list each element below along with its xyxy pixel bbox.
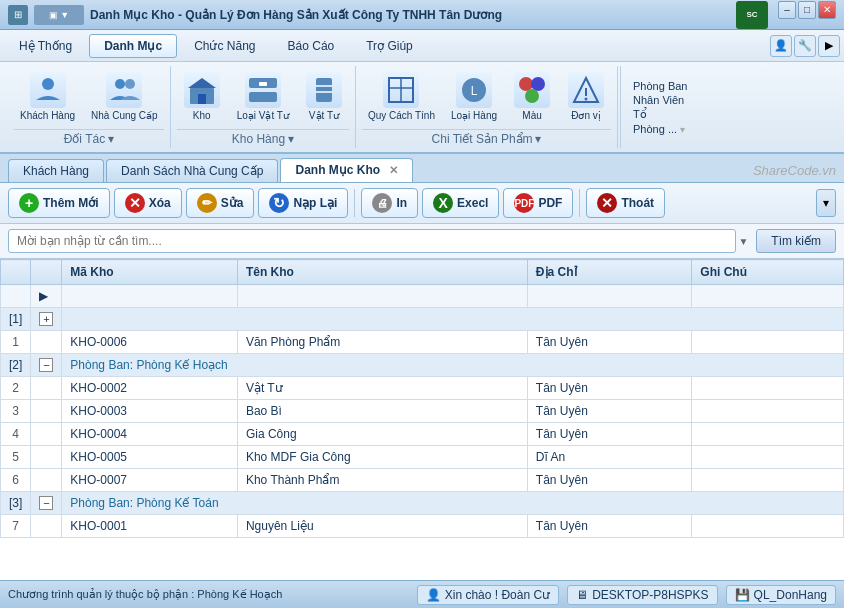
svg-text:L: L (471, 84, 478, 98)
db-text: QL_DonHang (754, 588, 827, 602)
row-ten-kho: Vật Tư (237, 377, 527, 400)
group-index: [2] (1, 354, 31, 377)
menu-danh-muc[interactable]: Danh Mục (89, 34, 177, 58)
svg-point-0 (42, 78, 54, 90)
doi-tac-arrow[interactable]: ▾ (108, 132, 114, 146)
expand-icon[interactable]: − (39, 358, 53, 372)
row-dia-chi: Tân Uyên (527, 469, 691, 492)
chi-tiet-arrow[interactable]: ▾ (535, 132, 541, 146)
title-bar-controls: SC – □ ✕ (736, 1, 836, 29)
menu-tro-giup[interactable]: Trợ Giúp (351, 34, 428, 58)
btn-nap-lai[interactable]: ↻ Nạp Lại (258, 188, 348, 218)
table-row[interactable]: [3] − Phòng Ban: Phòng Kế Toán (1, 492, 844, 515)
kho-hang-group-label: Kho Hàng ▾ (177, 129, 349, 146)
table-row[interactable]: 5 KHO-0005 Kho MDF Gia Công Dĩ An (1, 446, 844, 469)
table-row[interactable]: [1] + (1, 308, 844, 331)
row-ma-kho: KHO-0003 (62, 400, 238, 423)
maximize-btn[interactable]: □ (798, 1, 816, 19)
group-expand[interactable]: − (31, 492, 62, 515)
table-row[interactable]: 3 KHO-0003 Bao Bì Tân Uyên (1, 400, 844, 423)
btn-kho[interactable]: Kho (177, 68, 227, 125)
btn-in[interactable]: 🖨 In (361, 188, 418, 218)
group-label-cell: Phòng Ban: Phòng Kế Toán (62, 492, 844, 515)
tabs-bar: Khách Hàng Danh Sách Nhà Cung Cấp Danh M… (0, 154, 844, 183)
logo: SC (736, 1, 768, 29)
kho-hang-arrow[interactable]: ▾ (288, 132, 294, 146)
group-expand[interactable]: + (31, 308, 62, 331)
tab-danh-muc-kho[interactable]: Danh Mục Kho ✕ (280, 158, 413, 182)
svg-point-18 (531, 77, 545, 91)
separator-1 (354, 189, 355, 217)
window-title: Danh Mục Kho - Quản Lý Đơn Hàng Sản Xuất… (90, 8, 502, 22)
group-expand[interactable]: − (31, 354, 62, 377)
btn-don-vi[interactable]: Đơn vị (561, 68, 611, 125)
row-expand-cell (31, 423, 62, 446)
row-dia-chi: Tân Uyên (527, 377, 691, 400)
btn-loai-hang[interactable]: L Loại Hàng (445, 68, 503, 125)
expand-icon[interactable]: + (39, 312, 53, 326)
btn-khach-hang[interactable]: Khách Hàng (14, 68, 81, 125)
group-label-cell: Phòng Ban: Phòng Kế Hoạch (62, 354, 844, 377)
btn-thoat[interactable]: ✕ Thoát (586, 188, 665, 218)
btn-vat-tu[interactable]: Vật Tư (299, 68, 349, 125)
row-ghi-chu (692, 423, 844, 446)
btn-excel[interactable]: X Execl (422, 188, 499, 218)
dropdown-arrow[interactable]: ▼ (738, 236, 748, 247)
menu-bao-cao[interactable]: Báo Cáo (273, 34, 350, 58)
svg-point-22 (585, 98, 588, 101)
table-row-arrow: ▶ (1, 285, 844, 308)
table-row[interactable]: 4 KHO-0004 Gia Công Tân Uyên (1, 423, 844, 446)
tab-danh-sach-nha-cung-cap[interactable]: Danh Sách Nhà Cung Cấp (106, 159, 278, 182)
action-bar: + Thêm Mới ✕ Xóa ✏ Sửa ↻ Nạp Lại 🖨 In X … (0, 183, 844, 224)
desktop-text: DESKTOP-P8HSPKS (592, 588, 708, 602)
sua-icon: ✏ (197, 193, 217, 213)
row-ma-kho: KHO-0006 (62, 331, 238, 354)
minimize-btn[interactable]: – (778, 1, 796, 19)
menu-chuc-nang[interactable]: Chức Năng (179, 34, 270, 58)
quick-access[interactable]: ▣ ▼ (34, 5, 84, 25)
btn-sua[interactable]: ✏ Sửa (186, 188, 255, 218)
row-ten-kho: Kho Thành Phẩm (237, 469, 527, 492)
btn-them-moi[interactable]: + Thêm Mới (8, 188, 110, 218)
table-row[interactable]: [2] − Phòng Ban: Phòng Kế Hoạch (1, 354, 844, 377)
nhan-vien-item[interactable]: Nhân Viên (631, 93, 689, 107)
table-row[interactable]: 1 KHO-0006 Văn Phòng Phẩm Tân Uyên (1, 331, 844, 354)
btn-loai-vat-tu[interactable]: Loại Vật Tư (231, 68, 295, 125)
phong-dots-item[interactable]: Phòng ... ▾ (631, 122, 689, 136)
table-row[interactable]: 7 KHO-0001 Nguyên Liệu Tân Uyên (1, 515, 844, 538)
svg-rect-5 (198, 94, 206, 104)
table-row[interactable]: 2 KHO-0002 Vật Tư Tân Uyên (1, 377, 844, 400)
menu-he-thong[interactable]: Hệ Thống (4, 34, 87, 58)
pdf-icon: PDF (514, 193, 534, 213)
btn-xoa[interactable]: ✕ Xóa (114, 188, 182, 218)
nha-cung-cap-label: Nhà Cung Cấp (91, 110, 158, 121)
btn-nha-cung-cap[interactable]: Nhà Cung Cấp (85, 68, 164, 125)
action-dropdown[interactable]: ▾ (816, 189, 836, 217)
btn-pdf[interactable]: PDF PDF (503, 188, 573, 218)
status-db: 💾 QL_DonHang (726, 585, 836, 605)
thoat-icon: ✕ (597, 193, 617, 213)
search-button[interactable]: Tìm kiếm (756, 229, 836, 253)
close-btn[interactable]: ✕ (818, 1, 836, 19)
search-input[interactable] (8, 229, 736, 253)
row-ghi-chu (692, 469, 844, 492)
menu-icon-2[interactable]: 🔧 (794, 35, 816, 57)
expand-icon[interactable]: − (39, 496, 53, 510)
menu-icon-1[interactable]: 👤 (770, 35, 792, 57)
tab-close-icon[interactable]: ✕ (389, 164, 398, 176)
row-num: 5 (1, 446, 31, 469)
row-expand-cell (31, 377, 62, 400)
phong-ban-item[interactable]: Phòng Ban (631, 79, 689, 93)
menu-icon-3[interactable]: ▶ (818, 35, 840, 57)
status-xin-chao: 👤 Xin chào ! Đoàn Cư (417, 585, 559, 605)
btn-mau[interactable]: Màu (507, 68, 557, 125)
btn-quy-cach-tinh[interactable]: Quy Cách Tính (362, 68, 441, 125)
svg-point-2 (125, 79, 135, 89)
tab-khach-hang[interactable]: Khách Hàng (8, 159, 104, 182)
table-row[interactable]: 6 KHO-0007 Kho Thành Phẩm Tân Uyên (1, 469, 844, 492)
row-dia-chi: Tân Uyên (527, 331, 691, 354)
row-ma-kho: KHO-0001 (62, 515, 238, 538)
row-ma-kho: KHO-0002 (62, 377, 238, 400)
group-label-cell (62, 308, 844, 331)
to-item[interactable]: Tổ (631, 107, 689, 122)
